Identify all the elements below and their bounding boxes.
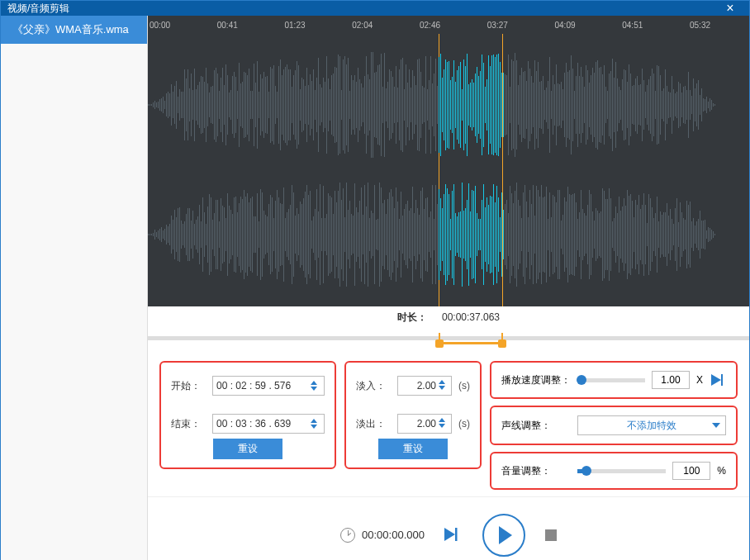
tick: 02:04 [352, 21, 410, 30]
fadein-input[interactable]: 2.00 [397, 376, 452, 396]
volume-value[interactable]: 100 [672, 462, 710, 480]
skip-icon[interactable] [444, 528, 463, 543]
trim-box: 开始： 00 : 02 : 59 . 576 结束： 00 : 03 : 36 … [159, 361, 336, 469]
end-time-input[interactable]: 00 : 03 : 36 . 639 [212, 414, 325, 434]
play-button[interactable] [482, 514, 525, 557]
titlebar: 视频/音频剪辑 × [1, 1, 749, 16]
unit-seconds: (s) [458, 418, 470, 429]
spin-icon[interactable] [311, 381, 320, 391]
duration-row: 时长： 00:00:37.063 [148, 306, 749, 328]
window-title: 视频/音频剪辑 [7, 2, 69, 16]
content-area: 《父亲》WMA音乐.wma 00:0000:4101:2302:0402:460… [1, 16, 749, 560]
end-label: 结束： [171, 417, 206, 431]
spin-icon[interactable] [439, 380, 449, 390]
stop-button[interactable] [545, 529, 557, 541]
fade-reset-button[interactable]: 重设 [378, 439, 448, 459]
tick: 04:51 [622, 21, 680, 30]
fadeout-label: 淡出： [356, 417, 391, 431]
svg-rect-1 [721, 374, 723, 386]
play-icon [499, 526, 512, 544]
volume-suffix: % [717, 465, 726, 477]
fadein-label: 淡入： [356, 379, 391, 393]
duration-value: 00:00:37.063 [442, 311, 500, 323]
tick: 04:09 [555, 21, 613, 30]
spin-icon[interactable] [439, 418, 449, 428]
tick: 01:23 [285, 21, 343, 30]
speed-value[interactable]: 1.00 [652, 371, 690, 389]
waveform-area[interactable]: 00:0000:4101:2302:0402:4603:2704:0904:51… [148, 16, 749, 306]
trim-reset-button[interactable]: 重设 [213, 439, 282, 459]
tick: 03:27 [487, 21, 545, 30]
timeline-ruler: 00:0000:4101:2302:0402:4603:2704:0904:51… [148, 16, 749, 34]
speed-label: 播放速度调整： [501, 373, 571, 387]
playback-bar: 00:00:00.000 [148, 496, 749, 560]
start-time-input[interactable]: 00 : 02 : 59 . 576 [212, 376, 325, 396]
range-slider[interactable] [148, 328, 749, 349]
volume-slider[interactable] [577, 469, 666, 473]
speed-box: 播放速度调整： 1.00 X [490, 361, 738, 399]
volume-box: 音量调整： 100 % [490, 452, 738, 490]
editor-window: 视频/音频剪辑 × 《父亲》WMA音乐.wma 00:0000:4101:230… [0, 0, 750, 560]
voice-label: 声线调整： [501, 419, 571, 433]
playback-time: 00:00:00.000 [362, 529, 425, 541]
tick: 00:41 [217, 21, 275, 30]
fade-box: 淡入： 2.00 (s) 淡出： 2.00 [344, 361, 482, 469]
unit-seconds: (s) [458, 380, 470, 392]
speed-slider[interactable] [577, 378, 645, 382]
volume-label: 音量调整： [501, 464, 571, 478]
close-icon[interactable]: × [718, 1, 743, 16]
tick: 00:00 [150, 21, 207, 30]
svg-rect-3 [455, 528, 458, 541]
voice-box: 声线调整： 不添加特效 [490, 406, 738, 445]
chevron-down-icon [712, 423, 720, 428]
tick: 05:32 [690, 21, 748, 30]
fadeout-input[interactable]: 2.00 [397, 414, 452, 434]
file-sidebar: 《父亲》WMA音乐.wma [1, 16, 148, 560]
voice-dropdown[interactable]: 不添加特效 [577, 415, 726, 435]
svg-marker-0 [711, 374, 721, 386]
file-item[interactable]: 《父亲》WMA音乐.wma [1, 16, 147, 44]
start-label: 开始： [171, 379, 206, 393]
speed-suffix: X [696, 374, 703, 386]
clock-icon [340, 528, 355, 543]
main-panel: 00:0000:4101:2302:0402:4603:2704:0904:51… [148, 16, 749, 560]
play-preview-icon[interactable] [710, 373, 726, 387]
controls-panel: 开始： 00 : 02 : 59 . 576 结束： 00 : 03 : 36 … [148, 349, 749, 496]
svg-marker-2 [444, 528, 455, 541]
duration-label: 时长： [397, 311, 427, 325]
voice-value: 不添加特效 [627, 419, 676, 433]
spin-icon[interactable] [311, 419, 320, 429]
tick: 02:46 [420, 21, 477, 30]
